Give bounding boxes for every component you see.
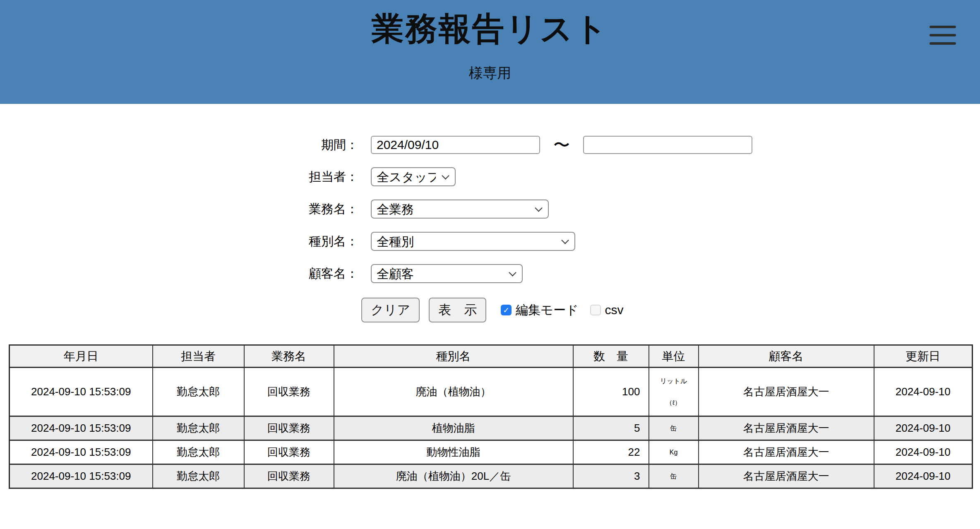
staff-select-wrap: 全スタッフ: [371, 167, 456, 186]
col-header-category: 種別名: [334, 345, 573, 368]
unit-line: リットル: [660, 378, 687, 385]
cell-date: 2024-09-10 15:53:09: [10, 440, 153, 464]
table-row: 2024-09-10 15:53:09 勤怠太郎 回収業務 廃油（植物油） 10…: [10, 368, 973, 416]
customer-label: 顧客名：: [0, 265, 358, 282]
task-select-wrap: 全業務: [371, 200, 549, 219]
col-header-staff: 担当者: [153, 345, 244, 368]
cell-staff: 勤怠太郎: [153, 464, 244, 488]
unit-line: Kg: [670, 449, 678, 456]
period-row: 期間： 〜: [0, 136, 980, 154]
page-title: 業務報告リスト: [0, 0, 980, 45]
cell-updated: 2024-09-10: [874, 416, 973, 440]
col-header-date: 年月日: [10, 345, 153, 368]
table-row: 2024-09-10 15:53:09 勤怠太郎 回収業務 動物性油脂 22 K…: [10, 440, 973, 464]
cell-quantity: 22: [573, 440, 649, 464]
banner: 業務報告リスト 様専用: [0, 0, 980, 104]
hamburger-menu-icon[interactable]: [930, 26, 956, 45]
cell-quantity: 5: [573, 416, 649, 440]
hamburger-bar: [930, 26, 956, 28]
cell-quantity: 3: [573, 464, 649, 488]
table-row: 2024-09-10 15:53:09 勤怠太郎 回収業務 植物油脂 5 缶 名…: [10, 416, 973, 440]
table-row: 2024-09-10 15:53:09 勤怠太郎 回収業務 廃油（植物油）20L…: [10, 464, 973, 488]
col-header-unit: 単位: [649, 345, 699, 368]
filter-form: 期間： 〜 担当者： 全スタッフ 業務名： 全業務 種別名： 全種別 顧客名： …: [0, 104, 980, 283]
staff-row: 担当者： 全スタッフ: [0, 167, 980, 186]
period-from-input[interactable]: [371, 136, 540, 154]
report-table: 年月日 担当者 業務名 種別名 数 量 単位 顧客名 更新日 2024-09-1…: [9, 344, 973, 489]
cell-task: 回収業務: [244, 416, 334, 440]
period-to-input[interactable]: [583, 136, 752, 154]
cell-staff: 勤怠太郎: [153, 368, 244, 416]
cell-category: 廃油（植物油）20L／缶: [334, 464, 573, 488]
cell-staff: 勤怠太郎: [153, 440, 244, 464]
cell-task: 回収業務: [244, 368, 334, 416]
hamburger-bar: [930, 34, 956, 36]
cell-date: 2024-09-10 15:53:09: [10, 416, 153, 440]
cell-date: 2024-09-10 15:53:09: [10, 464, 153, 488]
staff-select[interactable]: 全スタッフ: [371, 167, 456, 186]
category-select-wrap: 全種別: [371, 232, 575, 251]
actions-row: クリア 表 示 編集モード csv: [361, 298, 980, 322]
cell-category: 動物性油脂: [334, 440, 573, 464]
cell-updated: 2024-09-10: [874, 464, 973, 488]
task-select[interactable]: 全業務: [371, 200, 549, 219]
cell-customer: 名古屋居酒屋大一: [699, 440, 874, 464]
cell-updated: 2024-09-10: [874, 440, 973, 464]
cell-unit: 缶: [649, 416, 699, 440]
cell-customer: 名古屋居酒屋大一: [699, 416, 874, 440]
cell-staff: 勤怠太郎: [153, 416, 244, 440]
cell-customer: 名古屋居酒屋大一: [699, 368, 874, 416]
cell-unit: リットル（ℓ）: [649, 368, 699, 416]
table-header-row: 年月日 担当者 業務名 種別名 数 量 単位 顧客名 更新日: [10, 345, 973, 368]
cell-customer: 名古屋居酒屋大一: [699, 464, 874, 488]
period-separator: 〜: [553, 137, 570, 153]
col-header-quantity: 数 量: [573, 345, 649, 368]
col-header-updated: 更新日: [874, 345, 973, 368]
col-header-customer: 顧客名: [699, 345, 874, 368]
unit-line: 缶: [670, 473, 677, 480]
task-label: 業務名：: [0, 201, 358, 218]
cell-quantity: 100: [573, 368, 649, 416]
edit-mode-label: 編集モード: [516, 302, 578, 319]
staff-label: 担当者：: [0, 168, 358, 185]
hamburger-bar: [930, 42, 956, 45]
cell-unit: Kg: [649, 440, 699, 464]
col-header-task: 業務名: [244, 345, 334, 368]
category-row: 種別名： 全種別: [0, 232, 980, 251]
customer-select[interactable]: 全顧客: [371, 264, 523, 283]
customer-select-wrap: 全顧客: [371, 264, 523, 283]
unit-line: （ℓ）: [666, 399, 681, 406]
customer-row: 顧客名： 全顧客: [0, 264, 980, 283]
task-row: 業務名： 全業務: [0, 200, 980, 219]
csv-label: csv: [605, 303, 624, 317]
cell-category: 植物油脂: [334, 416, 573, 440]
cell-task: 回収業務: [244, 464, 334, 488]
page-subtitle: 様専用: [0, 64, 980, 83]
category-select[interactable]: 全種別: [371, 232, 575, 251]
csv-checkbox[interactable]: [590, 305, 601, 315]
category-label: 種別名：: [0, 233, 358, 250]
cell-updated: 2024-09-10: [874, 368, 973, 416]
cell-date: 2024-09-10 15:53:09: [10, 368, 153, 416]
edit-mode-checkbox[interactable]: [501, 305, 512, 315]
show-button[interactable]: 表 示: [429, 298, 486, 322]
unit-line: 缶: [670, 425, 677, 432]
cell-category: 廃油（植物油）: [334, 368, 573, 416]
cell-task: 回収業務: [244, 440, 334, 464]
clear-button[interactable]: クリア: [361, 298, 420, 322]
cell-unit: 缶: [649, 464, 699, 488]
period-label: 期間：: [0, 137, 358, 154]
